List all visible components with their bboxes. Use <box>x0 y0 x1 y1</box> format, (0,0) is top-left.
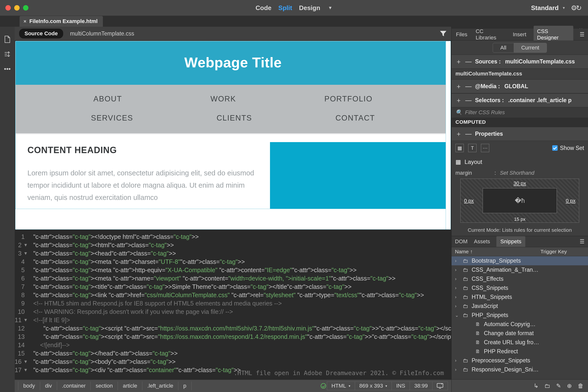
text-category-icon[interactable]: T <box>468 144 476 152</box>
tag-crumb[interactable]: .container <box>57 382 91 390</box>
snippets-file[interactable]: 🗎Change date format <box>452 329 588 338</box>
checkbox-icon[interactable] <box>552 145 558 151</box>
snippets-folder[interactable]: ›🗀JavaScript <box>452 302 588 311</box>
doc-type-selector[interactable]: HTML▾ <box>327 382 355 390</box>
add-source-icon[interactable]: ＋ <box>456 57 461 66</box>
selectors-section-header[interactable]: ＋ — Selectors : .container .left_article… <box>452 93 588 107</box>
tag-crumb[interactable]: .left_article <box>142 382 178 390</box>
snippets-folder[interactable]: ›🗀Preprocessor_Snippets <box>452 356 588 365</box>
box-model-diagram[interactable]: 30 px 0 px 0 px 15 px �ħ <box>460 178 579 223</box>
cursor-position: 38:99 <box>410 382 432 390</box>
source-item[interactable]: multiColumnTemplate.css <box>452 68 588 80</box>
panel-tab-assets[interactable]: Assets <box>474 238 490 245</box>
snippets-column-header[interactable]: Name ↑ Trigger Key <box>452 247 588 256</box>
preview-image-placeholder <box>270 142 450 209</box>
tag-crumb[interactable]: section <box>91 382 118 390</box>
properties-section-header[interactable]: ＋ — Properties <box>452 127 588 141</box>
panel-menu-icon[interactable]: ☰ <box>580 31 584 38</box>
panel-tab-insert[interactable]: Insert <box>512 30 527 39</box>
new-snippet-folder-icon[interactable]: 🗀 <box>544 382 550 389</box>
more-tools-icon[interactable]: ••• <box>4 65 11 73</box>
filter-css-rules[interactable]: 🔍 Filter CSS Rules <box>452 107 588 118</box>
remove-property-icon[interactable]: — <box>465 130 471 138</box>
snippets-folder[interactable]: ›🗀CSS_Snippets <box>452 284 588 292</box>
layout-category-icon[interactable]: ▦ <box>456 144 464 152</box>
view-code-tab[interactable]: Code <box>256 4 272 12</box>
watermark-text: .HTML file open in Adobe Dreamweaver 202… <box>234 369 444 377</box>
margin-right-value[interactable]: 0 px <box>566 198 576 204</box>
tag-crumb[interactable]: p <box>178 382 191 390</box>
zoom-window-button[interactable] <box>23 5 28 10</box>
media-section-header[interactable]: ＋ — @Media : GLOBAL <box>452 80 588 93</box>
computed-row[interactable]: COMPUTED <box>452 118 588 127</box>
live-preview[interactable]: Webpage Title ABOUT WORK PORTFOLIO SERVI… <box>15 41 451 230</box>
source-code-button[interactable]: Source Code <box>19 29 63 38</box>
manage-sites-icon[interactable] <box>4 50 11 58</box>
css-scope-current[interactable]: Current <box>514 43 547 53</box>
panel-tab-snippets[interactable]: Snippets <box>496 236 525 247</box>
preview-nav-item: CONTACT <box>336 114 375 122</box>
panel-tab-cclibraries[interactable]: CC Libraries <box>474 27 506 42</box>
box-model-center-icon[interactable]: �ħ <box>483 188 557 213</box>
snippets-tree[interactable]: ›🗀Bootstrap_Snippets›🗀CSS_Animation_&_Tr… <box>452 256 588 379</box>
tag-crumb[interactable]: body <box>18 382 40 390</box>
view-split-tab[interactable]: Split <box>278 4 292 12</box>
css-scope-segment: All Current <box>452 40 588 55</box>
new-snippet-icon[interactable]: ✎ <box>556 382 561 389</box>
viewport-size-selector[interactable]: 869 x 393▾ <box>355 382 392 390</box>
remove-source-icon[interactable]: — <box>465 58 471 66</box>
view-mode-dropdown-icon[interactable]: ▼ <box>328 6 332 10</box>
preview-nav: ABOUT WORK PORTFOLIO SERVICES CLIENTS CO… <box>16 85 450 133</box>
snippets-folder[interactable]: ›🗀HTML_Snippets <box>452 292 588 302</box>
code-editor[interactable]: 1 2▼3▼4 5 6 7 8 9 10 11▼12 13 14 15 16▼1… <box>15 230 451 380</box>
panel-tab-files[interactable]: Files <box>455 30 468 39</box>
filter-icon[interactable] <box>440 30 447 37</box>
more-category-icon[interactable]: ⋯ <box>481 144 489 152</box>
snippets-file[interactable]: 🗎Automatic Copyrig… <box>452 320 588 329</box>
add-snippet-icon[interactable]: ⊕ <box>567 382 572 389</box>
css-scope-all[interactable]: All <box>493 43 514 53</box>
related-file-link[interactable]: multiColumnTemplate.css <box>70 30 134 37</box>
sources-section-header[interactable]: ＋ — Sources : multiColumnTemplate.css <box>452 55 588 68</box>
add-media-icon[interactable]: ＋ <box>456 82 461 91</box>
remove-media-icon[interactable]: — <box>465 82 471 90</box>
tag-crumb[interactable]: article <box>118 382 142 390</box>
tag-crumb[interactable]: div <box>40 382 57 390</box>
insert-mode-indicator[interactable]: INS <box>392 382 410 390</box>
snippets-folder[interactable]: ⌄🗀PHP_Snippets <box>452 311 588 320</box>
col-trigger[interactable]: Trigger Key <box>540 249 584 254</box>
margin-bottom-value[interactable]: 15 px <box>514 216 525 222</box>
workspace-switcher[interactable]: Standard▼ <box>531 4 566 12</box>
snippets-file[interactable]: 🗎Create URL slug fro… <box>452 338 588 347</box>
snippets-folder[interactable]: ›🗀CSS_Animation_&_Tran… <box>452 265 588 274</box>
delete-snippet-icon[interactable]: 🗑 <box>578 382 584 389</box>
margin-left-value[interactable]: 0 px <box>464 198 474 204</box>
panel-tab-dom[interactable]: DOM <box>455 238 468 245</box>
sync-settings-icon[interactable]: ⚙↻ <box>571 4 581 12</box>
snippets-file[interactable]: 🗎PHP Redirect <box>452 347 588 356</box>
margin-top-value[interactable]: 30 px <box>514 180 526 186</box>
insert-snippet-icon[interactable]: ↳ <box>534 382 538 389</box>
snippets-folder[interactable]: ›🗀CSS_Effects <box>452 274 588 284</box>
real-time-preview-icon[interactable] <box>432 382 448 390</box>
margin-shorthand-input[interactable]: Set Shorthand <box>500 170 534 176</box>
remove-selector-icon[interactable]: — <box>465 96 471 104</box>
show-set-toggle[interactable]: Show Set <box>552 145 584 152</box>
preview-content-heading: CONTENT HEADING <box>28 145 258 155</box>
panel2-menu-icon[interactable]: ☰ <box>580 238 584 245</box>
lint-ok-icon[interactable] <box>320 382 327 390</box>
code-lines[interactable]: "c-attr">class="c-tag"><!doctype html"c-… <box>31 230 451 380</box>
col-name[interactable]: Name ↑ <box>455 249 540 254</box>
add-property-icon[interactable]: ＋ <box>456 130 461 138</box>
margin-label: margin <box>456 170 472 176</box>
close-tab-icon[interactable]: × <box>24 18 26 24</box>
minimize-window-button[interactable] <box>14 5 20 10</box>
snippets-folder[interactable]: ›🗀Bootstrap_Snippets <box>452 256 588 265</box>
snippets-folder[interactable]: ›🗀Responsive_Design_Sni… <box>452 365 588 374</box>
file-icon[interactable] <box>4 36 11 43</box>
preview-ruler <box>446 41 450 229</box>
close-window-button[interactable] <box>6 5 11 10</box>
add-selector-icon[interactable]: ＋ <box>456 96 461 104</box>
document-tab[interactable]: × FileInfo.com Example.html <box>20 16 103 27</box>
view-design-tab[interactable]: Design <box>299 4 320 12</box>
